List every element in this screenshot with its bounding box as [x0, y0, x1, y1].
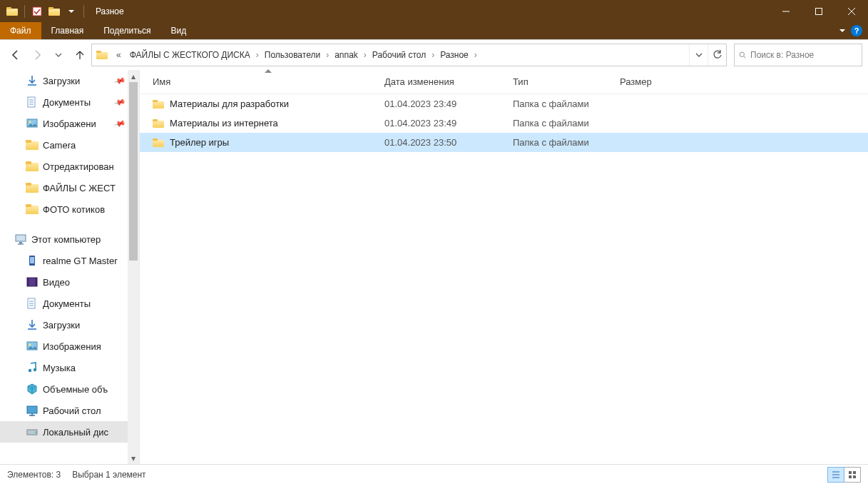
scroll-down-icon[interactable]: ▾ — [128, 452, 139, 464]
help-icon[interactable]: ? — [851, 25, 862, 36]
search-box[interactable] — [734, 44, 862, 66]
chevron-right-icon[interactable]: › — [255, 50, 260, 60]
tab-file[interactable]: Файл — [0, 22, 41, 39]
titlebar: Разное — [0, 0, 868, 22]
tree-item[interactable]: Видео — [0, 271, 128, 293]
column-name-label: Имя — [153, 76, 170, 87]
maximize-button[interactable] — [802, 0, 835, 22]
status-item-count: Элементов: 3 — [7, 470, 61, 480]
quick-access-toolbar — [0, 4, 91, 19]
tree-item[interactable]: Рабочий стол — [0, 400, 128, 421]
tab-share[interactable]: Поделиться — [93, 22, 160, 39]
file-row[interactable]: Материалы из интернета01.04.2023 23:49Па… — [140, 114, 868, 133]
column-name[interactable]: Имя — [153, 70, 384, 94]
tree-item-label: ФАЙЛЫ С ЖЕСТ — [43, 183, 116, 193]
cell-name: Трейлер игры — [153, 137, 384, 148]
tab-view[interactable]: Вид — [160, 22, 196, 39]
folder-icon — [26, 181, 39, 194]
recent-dropdown[interactable] — [48, 45, 68, 65]
doc-icon — [26, 96, 39, 109]
breadcrumb-item[interactable]: Рабочий стол — [368, 44, 430, 66]
tree-item[interactable]: Музыка — [0, 357, 128, 378]
chevron-right-icon[interactable]: › — [325, 50, 330, 60]
qat-separator — [24, 5, 25, 18]
navbar: « ФАЙЛЫ С ЖЕСТКОГО ДИСКА› Пользователи› … — [0, 40, 868, 70]
details-view-button[interactable] — [827, 467, 844, 483]
pin-icon: 📌 — [113, 74, 127, 87]
chevron-right-icon[interactable]: › — [430, 50, 436, 60]
qat-customize-icon[interactable] — [63, 4, 79, 19]
file-row[interactable]: Трейлер игры01.04.2023 23:50Папка с файл… — [140, 133, 868, 152]
sort-asc-icon — [265, 69, 272, 73]
scrollbar-thumb[interactable] — [129, 82, 138, 261]
tree-item[interactable]: Этот компьютер — [0, 228, 128, 250]
breadcrumb-item[interactable]: ФАЙЛЫ С ЖЕСТКОГО ДИСКА — [126, 44, 255, 66]
forward-button[interactable] — [27, 45, 47, 65]
tree-item[interactable]: Объемные объ — [0, 378, 128, 400]
minimize-button[interactable] — [770, 0, 802, 22]
tree-item-label: Загрузки — [43, 320, 80, 331]
file-name: Материалы из интернета — [170, 118, 278, 128]
address-dropdown[interactable] — [689, 44, 708, 66]
tree-item[interactable]: ФОТО котиков — [0, 198, 128, 220]
breadcrumb-overflow[interactable]: « — [112, 50, 126, 60]
svg-rect-0 — [33, 7, 41, 16]
close-button[interactable] — [835, 0, 868, 22]
search-icon — [739, 50, 746, 60]
tree-item[interactable]: Загрузки — [0, 314, 128, 336]
tree-item[interactable]: Документы📌 — [0, 91, 128, 113]
breadcrumb-item[interactable]: annak — [330, 44, 362, 66]
tree-item[interactable]: Изображения — [0, 336, 128, 357]
column-date[interactable]: Дата изменения — [384, 70, 513, 94]
tree-item[interactable]: ФАЙЛЫ С ЖЕСТ — [0, 177, 128, 198]
svg-point-35 — [35, 432, 36, 433]
tree-item-label: realme GT Master — [43, 256, 118, 266]
tree-item[interactable]: realme GT Master — [0, 250, 128, 271]
status-selection: Выбран 1 элемент — [72, 470, 145, 480]
back-button[interactable] — [6, 45, 26, 65]
qat-newfolder-icon[interactable] — [46, 4, 62, 19]
tree-item[interactable]: Camera — [0, 134, 128, 156]
qat-properties-icon[interactable] — [29, 4, 45, 19]
svg-line-6 — [744, 56, 746, 59]
tree-item-label: Отредактирован — [43, 161, 114, 172]
file-row[interactable]: Материалы для разработки01.04.2023 23:49… — [140, 94, 868, 114]
refresh-button[interactable] — [708, 44, 726, 66]
pin-icon: 📌 — [113, 96, 127, 109]
breadcrumb: « ФАЙЛЫ С ЖЕСТКОГО ДИСКА› Пользователи› … — [112, 44, 689, 66]
svg-point-30 — [34, 368, 36, 371]
folder-icon — [153, 138, 164, 147]
thumbnails-view-button[interactable] — [844, 467, 861, 483]
cell-date: 01.04.2023 23:49 — [384, 99, 513, 109]
tree-item-label: Загрузки — [43, 76, 80, 86]
tab-home[interactable]: Главная — [41, 22, 94, 39]
scroll-up-icon[interactable]: ▴ — [128, 70, 139, 82]
up-button[interactable] — [70, 45, 90, 65]
ribbon-expand-icon[interactable] — [839, 29, 845, 32]
tree-item[interactable]: Отредактирован — [0, 156, 128, 177]
tree-item-label: Документы — [43, 97, 91, 108]
breadcrumb-item[interactable]: Разное — [436, 44, 473, 66]
breadcrumb-item[interactable]: Пользователи — [260, 44, 325, 66]
svg-rect-2 — [816, 8, 822, 14]
tree-item-label: Объемные объ — [43, 384, 108, 395]
chevron-right-icon[interactable]: › — [362, 50, 368, 60]
tree-item[interactable]: Документы — [0, 293, 128, 314]
view-toggle — [828, 467, 861, 483]
video-icon — [26, 276, 39, 288]
search-input[interactable] — [750, 50, 857, 60]
address-bar[interactable]: « ФАЙЛЫ С ЖЕСТКОГО ДИСКА› Пользователи› … — [91, 44, 727, 66]
doc-icon — [26, 297, 39, 310]
disk-icon — [26, 425, 39, 438]
chevron-right-icon[interactable]: › — [473, 50, 479, 60]
tree-item[interactable]: Загрузки📌 — [0, 70, 128, 91]
column-type[interactable]: Тип — [513, 70, 620, 94]
column-size[interactable]: Размер — [620, 70, 691, 94]
tree-item-label: Изображени — [43, 119, 96, 129]
tree-item[interactable]: Локальный дис — [0, 421, 128, 443]
qat-folder-icon[interactable] — [4, 4, 20, 19]
tree-item[interactable]: Изображени📌 — [0, 113, 128, 134]
cell-date: 01.04.2023 23:49 — [384, 118, 513, 128]
sidebar-scrollbar[interactable]: ▴ ▾ — [128, 70, 139, 464]
window-title: Разное — [91, 6, 124, 16]
